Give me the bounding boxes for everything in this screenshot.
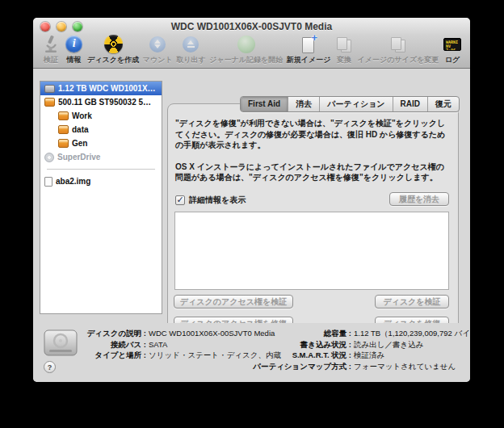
titlebar[interactable]: WDC WD1001X06X-00SJVT0 Media <box>33 18 470 36</box>
info-icon: i <box>65 34 82 54</box>
help-button[interactable]: ? <box>44 361 56 373</box>
toolbar-label: 検証 <box>44 55 58 65</box>
verify-disk-button: ディスクを検証 <box>375 295 449 308</box>
tab-raid[interactable]: RAID <box>393 97 427 111</box>
toolbar-info-button[interactable]: i 情報 <box>65 34 84 65</box>
info-label: タイプと場所 : <box>78 350 146 361</box>
sidebar-divider <box>47 169 155 170</box>
tab-first-aid[interactable]: First Aid <box>241 97 288 111</box>
sidebar-item-label: Work <box>72 111 92 120</box>
info-value: 1.12 TB（1,120,239,009,792 バイト） <box>354 328 470 339</box>
toolbar-label: 変換 <box>337 55 351 65</box>
first-aid-paragraph: OS X インストーラによってインストールされたファイルでアクセス権の問題がある… <box>175 162 449 183</box>
info-label: 総容量 : <box>237 328 351 339</box>
first-aid-paragraph: "ディスクを修復"が利用できない場合は、"ディスクを検証"をクリックしてください… <box>175 118 449 151</box>
sidebar-item-label: SuperDrive <box>57 153 100 162</box>
toolbar-mount-button: マウント <box>143 34 173 65</box>
optical-drive-icon <box>44 153 54 162</box>
hard-drive-icon <box>42 328 79 362</box>
orange-volume-icon <box>58 125 69 134</box>
toolbar-convert-button: 変換 <box>334 34 354 65</box>
orange-volume-icon <box>58 139 69 148</box>
info-label: ディスクの説明 : <box>78 328 146 339</box>
info-value: 読み出し／書き込み <box>354 339 423 350</box>
internal-disk-icon <box>44 85 55 93</box>
verify-permissions-button: ディスクのアクセス権を検証 <box>174 295 293 308</box>
details-output[interactable] <box>174 212 449 290</box>
sidebar-item-data-volume[interactable]: data <box>40 123 162 136</box>
toolbar-log-button[interactable]: WARNINV 7:06 ログ <box>443 34 462 65</box>
toolbar-new-image-button[interactable]: + 新規イメージ <box>287 34 331 65</box>
info-value: フォーマットされていません <box>354 361 456 372</box>
first-aid-description: "ディスクを修復"が利用できない場合は、"ディスクを検証"をクリックしてください… <box>175 118 449 194</box>
orange-disk-icon <box>44 98 55 107</box>
toolbar-label: ログ <box>445 55 460 65</box>
info-row: パーティションマップ方式 : フォーマットされていません <box>237 361 470 372</box>
info-row: 書き込み状況 : 読み出し／書き込み <box>237 339 470 350</box>
sidebar-item-work-volume[interactable]: Work <box>40 109 162 123</box>
toolbar-label: ジャーナル記録を開始 <box>209 55 283 65</box>
sidebar-item-label: 1.12 TB WDC WD1001X… <box>58 84 156 93</box>
resize-image-icon <box>390 34 406 54</box>
info-row: S.M.A.R.T. 状況 : 検証済み <box>237 350 470 361</box>
toolbar-eject-button: 取り出す <box>176 34 205 65</box>
show-details-row: ✓ 詳細情報を表示 <box>175 195 246 206</box>
sidebar-item-label: aba2.img <box>56 177 90 186</box>
disk-utility-window: WDC WD1001X06X-00SJVT0 Media 検証 i 情報 ディス… <box>33 18 470 382</box>
microscope-icon <box>43 34 59 54</box>
sidebar-item-aba2-image[interactable]: aba2.img <box>40 174 162 188</box>
disk-info-right: 総容量 : 1.12 TB（1,120,239,009,792 バイト） 書き込… <box>237 328 470 371</box>
show-details-label: 詳細情報を表示 <box>189 195 246 206</box>
info-value: SATA <box>149 339 167 350</box>
info-label: 書き込み状況 : <box>237 339 351 350</box>
toolbar-burn-button[interactable]: ディスクを作成 <box>87 34 139 65</box>
info-row: 総容量 : 1.12 TB（1,120,239,009,792 バイト） <box>237 328 470 339</box>
toolbar-label: 新規イメージ <box>287 55 331 65</box>
sidebar-item-superdrive[interactable]: SuperDrive <box>40 150 162 164</box>
toolbar: 検証 i 情報 ディスクを作成 マウント 取り出す ジャーナル記録を開始 <box>33 36 470 69</box>
toolbar-label: 情報 <box>67 55 82 65</box>
content-area: 1.12 TB WDC WD1001X… 500.11 GB ST950032 … <box>33 69 470 323</box>
disk-image-file-icon <box>44 177 52 187</box>
toolbar-label: 取り出す <box>176 55 205 65</box>
toolbar-resize-image-button: イメージのサイズを変更 <box>358 34 439 65</box>
sidebar-item-label: 500.11 GB ST950032 5… <box>58 98 151 107</box>
orange-volume-icon <box>58 111 69 120</box>
toolbar-label: ディスクを作成 <box>87 55 139 65</box>
first-aid-pane: "ディスクを修復"が利用できない場合は、"ディスクを検証"をクリックしてください… <box>167 103 459 337</box>
show-details-checkbox[interactable]: ✓ <box>175 195 185 205</box>
sidebar-item-label: data <box>72 125 89 134</box>
burn-icon <box>104 34 123 54</box>
info-label: パーティションマップ方式 : <box>237 361 351 372</box>
toolbar-label: イメージのサイズを変更 <box>358 55 439 65</box>
toolbar-journal-button: ジャーナル記録を開始 <box>209 34 283 65</box>
tab-restore[interactable]: 復元 <box>427 97 459 111</box>
window-title: WDC WD1001X06X-00SJVT0 Media <box>33 21 470 32</box>
device-sidebar: 1.12 TB WDC WD1001X… 500.11 GB ST950032 … <box>40 81 162 314</box>
checkmark-icon: ✓ <box>176 195 183 204</box>
mount-icon <box>149 34 166 54</box>
toolbar-verify-button: 検証 <box>41 34 61 65</box>
sidebar-item-st950032-disk[interactable]: 500.11 GB ST950032 5… <box>40 95 162 109</box>
tab-bar: First Aid 消去 パーティション RAID 復元 <box>240 96 460 112</box>
journal-icon <box>237 34 255 54</box>
sidebar-item-gen-volume[interactable]: Gen <box>40 136 162 150</box>
convert-icon <box>336 34 352 54</box>
toolbar-label: マウント <box>143 55 173 65</box>
clear-history-button: 履歴を消去 <box>389 192 449 206</box>
new-image-icon: + <box>301 34 316 54</box>
info-label: S.M.A.R.T. 状況 : <box>237 350 351 361</box>
info-value: 検証済み <box>354 350 384 361</box>
sidebar-item-wdc-disk[interactable]: 1.12 TB WDC WD1001X… <box>40 82 162 95</box>
eject-icon <box>183 34 199 54</box>
tab-partition[interactable]: パーティション <box>319 97 392 111</box>
info-panel: ? ディスクの説明 : WDC WD1001X06X-00SJVT0 Media… <box>33 323 470 382</box>
tab-erase[interactable]: 消去 <box>288 97 319 111</box>
info-label: 接続バス : <box>78 339 146 350</box>
sidebar-item-label: Gen <box>72 139 87 148</box>
log-icon: WARNINV 7:06 <box>443 34 461 54</box>
